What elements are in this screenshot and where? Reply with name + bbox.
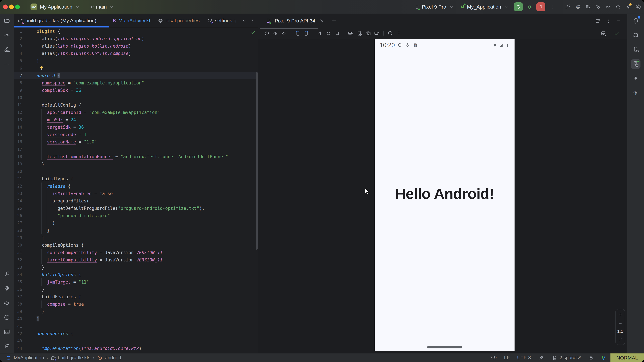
line-number[interactable]: 2 (14, 35, 22, 42)
screenshot-button[interactable] (364, 29, 372, 37)
breadcrumb-project[interactable]: MyApplication (14, 355, 44, 361)
code-line[interactable]: 22 release { (14, 183, 258, 190)
sidebar-item-terminal[interactable] (2, 327, 12, 337)
code-line[interactable]: 21 buildTypes { (14, 175, 258, 183)
line-number[interactable]: 7 (14, 72, 22, 79)
sidebar-item-notifications[interactable] (631, 16, 640, 25)
line-number[interactable]: 16 (14, 138, 22, 146)
line-separator[interactable]: LF (504, 355, 510, 361)
code-line[interactable]: 10 (14, 94, 258, 101)
zoom-out-button[interactable] (617, 320, 624, 327)
inspections-status-check-icon[interactable] (250, 30, 256, 35)
code-line[interactable]: 39 } (14, 308, 258, 315)
attach-debugger-button[interactable] (595, 3, 602, 10)
vcs-branch-widget[interactable]: main (89, 3, 116, 10)
settings-button[interactable] (625, 3, 632, 10)
panel-options-button[interactable] (604, 17, 612, 25)
code-line[interactable]: 8 namespace = "com.example.myapplication… (14, 79, 258, 87)
sidebar-item-gemini[interactable] (2, 284, 12, 293)
line-number[interactable]: 8 (14, 79, 22, 87)
code-line[interactable]: 30 compileOptions { (14, 242, 258, 249)
sidebar-item-resource-manager[interactable] (2, 45, 12, 54)
stop-button[interactable] (536, 2, 546, 11)
line-number[interactable]: 3 (14, 42, 22, 50)
build-button[interactable] (564, 3, 571, 10)
line-number[interactable]: 20 (14, 168, 22, 175)
line-number[interactable]: 38 (14, 301, 22, 308)
line-number[interactable]: 37 (14, 293, 22, 301)
code-line[interactable]: 32 targetCompatibility = JavaVersion.VER… (14, 256, 258, 264)
line-number[interactable]: 25 (14, 205, 22, 212)
code-line[interactable]: 2 alias(libs.plugins.android.application… (14, 35, 258, 42)
line-number[interactable]: 10 (14, 94, 22, 101)
more-run-actions-button[interactable] (549, 3, 556, 10)
hide-panel-button[interactable] (615, 17, 622, 25)
ideavim-icon[interactable]: V (602, 355, 606, 361)
intention-bulb-icon[interactable] (39, 65, 44, 71)
run-configuration-selector[interactable]: My_Application (459, 3, 510, 10)
code-line[interactable]: 28 } (14, 227, 258, 234)
code-line[interactable]: 18 testInstrumentationRunner = "androidx… (14, 153, 258, 160)
code-line[interactable]: 23 isMinifyEnabled = false (14, 190, 258, 197)
breadcrumb-file[interactable]: build.gradle.kts (58, 355, 90, 361)
close-button[interactable] (3, 4, 8, 9)
code-line[interactable]: 33 } (14, 264, 258, 271)
sidebar-item-logcat[interactable] (2, 298, 12, 308)
line-number[interactable]: 15 (14, 131, 22, 138)
line-number[interactable]: 27 (14, 219, 22, 227)
android-back-button[interactable] (316, 29, 324, 37)
close-device-tab-icon[interactable] (318, 17, 326, 25)
rotate-right-button[interactable] (302, 29, 310, 37)
code-line[interactable]: 6 (14, 64, 258, 72)
code-line[interactable]: 44 implementation(libs.androidx.core.ktx… (14, 345, 258, 352)
search-everywhere-button[interactable] (615, 3, 622, 10)
sidebar-item-commit[interactable] (2, 30, 12, 40)
hidden-tabs-button[interactable] (241, 17, 248, 24)
line-number[interactable]: 6 (14, 64, 22, 72)
line-number[interactable]: 22 (14, 183, 22, 190)
line-number[interactable]: 23 (14, 190, 22, 197)
volume-up-button[interactable] (272, 29, 280, 37)
code-line[interactable]: 5} (14, 57, 258, 64)
tab-scrollbar[interactable] (260, 28, 318, 29)
debug-button[interactable] (526, 3, 533, 10)
code-line[interactable]: 37 buildFeatures { (14, 293, 258, 301)
code-line[interactable]: 43 (14, 337, 258, 345)
zoom-button[interactable] (15, 4, 20, 9)
android-overview-button[interactable] (334, 29, 341, 37)
gemini-spark-icon[interactable] (631, 74, 640, 83)
code-line[interactable]: 11 defaultConfig { (14, 101, 258, 109)
indent-config[interactable]: 2 spaces* (552, 355, 581, 361)
line-number[interactable]: 42 (14, 330, 22, 337)
line-number[interactable]: 29 (14, 234, 22, 242)
restart-activity-button[interactable]: A (574, 3, 581, 10)
line-number[interactable]: 43 (14, 337, 22, 345)
device-screen[interactable]: 10:20 A Hello Android! (375, 39, 514, 351)
device-selector[interactable]: Pixel 9 Pro (414, 3, 456, 10)
zoom-actual-size-button[interactable]: 1:1 (617, 329, 623, 334)
volume-down-button[interactable] (280, 29, 288, 37)
breadcrumb-symbol[interactable]: android (105, 355, 121, 361)
project-widget[interactable]: MA My Application (30, 3, 82, 10)
code-area[interactable]: 1plugins {2 alias(libs.plugins.android.a… (14, 28, 258, 352)
line-number[interactable]: 40 (14, 315, 22, 323)
snapshot-reset-button[interactable] (386, 29, 394, 37)
screen-record-button[interactable] (373, 29, 381, 37)
line-number[interactable]: 35 (14, 278, 22, 286)
line-number[interactable]: 21 (14, 175, 22, 183)
line-number[interactable]: 5 (14, 57, 22, 64)
line-number[interactable]: 41 (14, 323, 22, 330)
line-number[interactable]: 44 (14, 345, 22, 352)
add-device-tab-button[interactable] (330, 17, 338, 25)
tab-local-properties[interactable]: local.properties (154, 14, 203, 27)
minimize-button[interactable] (9, 4, 14, 9)
zoom-fit-button[interactable] (617, 336, 624, 343)
power-button[interactable] (263, 29, 271, 37)
apply-code-changes-button[interactable] (585, 3, 591, 10)
close-tab-icon[interactable] (98, 17, 105, 24)
code-line[interactable]: 12 applicationId = "com.example.myapplic… (14, 109, 258, 116)
ui-check-button[interactable] (600, 29, 607, 37)
tab-build-gradle-kts[interactable]: K build.gradle.kts (My Application) (14, 14, 109, 27)
line-number[interactable]: 31 (14, 249, 22, 256)
line-number[interactable]: 12 (14, 109, 22, 116)
